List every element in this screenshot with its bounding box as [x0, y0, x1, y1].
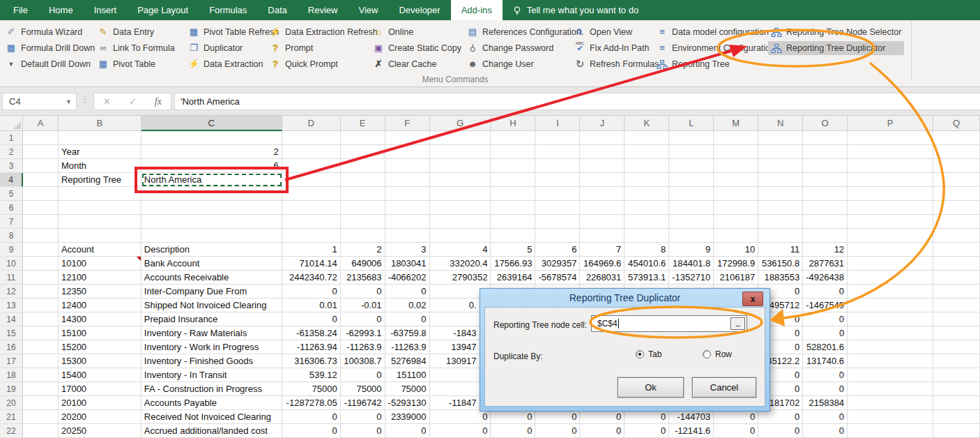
cell-D1[interactable]	[282, 131, 341, 145]
cell-L7[interactable]	[669, 215, 714, 229]
cell-K10[interactable]: 454010.6	[625, 257, 669, 271]
cell-B1[interactable]	[59, 131, 141, 145]
tab-insert[interactable]: Insert	[84, 0, 128, 20]
column-header-H[interactable]: H	[491, 116, 536, 131]
cell-E22[interactable]: 0	[341, 424, 385, 438]
cell-E3[interactable]	[341, 159, 385, 173]
node-cell-input[interactable]: $C$4 –	[591, 315, 747, 332]
cell-N8[interactable]	[758, 229, 803, 243]
cell-G3[interactable]	[430, 159, 491, 173]
row-header-4[interactable]: 4	[0, 173, 23, 187]
cell-O5[interactable]	[803, 187, 848, 201]
cell-D2[interactable]	[282, 145, 341, 159]
cell-O14[interactable]: 0	[803, 312, 848, 326]
cancel-button[interactable]: Cancel	[692, 377, 756, 398]
cell-I5[interactable]	[535, 187, 580, 201]
cell-C21[interactable]: Received Not Invoiced Clearing	[141, 410, 282, 424]
cell-J10[interactable]: 164969.6	[580, 257, 625, 271]
cell-O6[interactable]	[803, 201, 848, 215]
cell-B10[interactable]: 10100	[59, 257, 141, 271]
cell-B21[interactable]: 20200	[59, 410, 141, 424]
cmd-quick-prompt[interactable]: ?Quick Prompt	[267, 57, 381, 71]
cell-E19[interactable]: 75000	[341, 382, 385, 396]
cell-O12[interactable]: 0	[803, 285, 848, 299]
cell-B18[interactable]: 15400	[59, 368, 141, 382]
cell-A21[interactable]	[23, 410, 59, 424]
cell-Q10[interactable]	[933, 257, 980, 271]
cell-G4[interactable]	[430, 173, 491, 187]
cell-Q2[interactable]	[933, 145, 980, 159]
cell-G11[interactable]: 2790352	[430, 271, 491, 285]
cell-A22[interactable]	[23, 424, 59, 438]
cell-N2[interactable]	[758, 145, 803, 159]
cell-B14[interactable]: 14300	[59, 312, 141, 326]
cell-O11[interactable]: -4926438	[803, 271, 848, 285]
cell-P5[interactable]	[848, 187, 933, 201]
cell-A3[interactable]	[23, 159, 59, 173]
tab-view[interactable]: View	[348, 0, 388, 20]
cell-C19[interactable]: FA - Construction in Progress	[141, 382, 282, 396]
cell-K9[interactable]: 8	[625, 243, 669, 257]
cmd-fix-add-in-path[interactable]: ABC✔Fix Add-In Path	[572, 41, 661, 55]
cell-F10[interactable]: 1803041	[385, 257, 430, 271]
cell-D8[interactable]	[282, 229, 341, 243]
cell-Q4[interactable]	[933, 173, 980, 187]
cell-F15[interactable]: -63759.8	[385, 326, 430, 340]
cell-F12[interactable]: 0	[385, 285, 430, 299]
cell-Q18[interactable]	[933, 368, 980, 382]
cell-H4[interactable]	[491, 173, 535, 187]
cmd-environment-configurations[interactable]: ≡Environment Configurations	[654, 41, 782, 55]
column-header-Q[interactable]: Q	[933, 116, 980, 131]
formula-input[interactable]: 'North America	[174, 93, 980, 110]
cell-Q9[interactable]	[933, 243, 980, 257]
radio-option-row[interactable]: Row	[703, 349, 732, 359]
row-header-21[interactable]: 21	[0, 410, 23, 424]
cell-E1[interactable]	[341, 131, 385, 145]
cell-J3[interactable]	[580, 159, 625, 173]
cell-L11[interactable]: -1352710	[669, 271, 714, 285]
cell-L9[interactable]: 9	[669, 243, 714, 257]
cell-M9[interactable]: 10	[714, 243, 758, 257]
cell-Q16[interactable]	[933, 340, 980, 354]
cell-O3[interactable]	[803, 159, 848, 173]
column-header-F[interactable]: F	[385, 116, 430, 131]
row-header-20[interactable]: 20	[0, 396, 23, 410]
cell-K11[interactable]: 573913.1	[625, 271, 669, 285]
cell-F7[interactable]	[385, 215, 430, 229]
cell-J21[interactable]: 0	[580, 410, 625, 424]
cell-D9[interactable]: 1	[282, 243, 341, 257]
cell-F14[interactable]: 0	[385, 312, 430, 326]
cell-A19[interactable]	[23, 382, 59, 396]
cell-P19[interactable]	[848, 382, 933, 396]
cell-P21[interactable]	[848, 410, 933, 424]
cell-A18[interactable]	[23, 368, 59, 382]
tab-add-ins[interactable]: Add-ins	[451, 0, 503, 20]
cell-P18[interactable]	[848, 368, 933, 382]
cell-I9[interactable]: 6	[535, 243, 580, 257]
dialog-close-button[interactable]: x	[742, 292, 763, 306]
cell-B12[interactable]: 12350	[59, 285, 141, 299]
cell-F6[interactable]	[385, 201, 430, 215]
cell-D12[interactable]: 0	[282, 285, 341, 299]
cell-B16[interactable]: 15200	[59, 340, 141, 354]
column-header-I[interactable]: I	[535, 116, 580, 131]
cell-E21[interactable]: 0	[341, 410, 385, 424]
cell-O21[interactable]: 0	[803, 410, 848, 424]
cell-E2[interactable]	[341, 145, 385, 159]
cmd-prompt[interactable]: ?Prompt	[267, 41, 381, 55]
cell-E4[interactable]	[341, 173, 385, 187]
cell-F21[interactable]: 2339000	[385, 410, 430, 424]
cell-Q19[interactable]	[933, 382, 980, 396]
cell-N5[interactable]	[758, 187, 803, 201]
cell-A12[interactable]	[23, 285, 59, 299]
row-header-14[interactable]: 14	[0, 312, 23, 326]
cell-Q12[interactable]	[933, 285, 980, 299]
cmd-reporting-tree-node-selector[interactable]: Reporting Tree Node Selector	[768, 25, 904, 39]
column-header-D[interactable]: D	[282, 116, 341, 131]
select-all-corner[interactable]	[0, 116, 23, 131]
cmd-pivot-table[interactable]: ▦Pivot Table	[95, 57, 178, 71]
cell-F3[interactable]	[385, 159, 430, 173]
cell-C13[interactable]: Shipped Not Invoiced Clearing	[141, 299, 282, 312]
cell-Q15[interactable]	[933, 326, 980, 340]
cmd-data-model-configuration[interactable]: ≡Data model configuration	[654, 25, 782, 39]
